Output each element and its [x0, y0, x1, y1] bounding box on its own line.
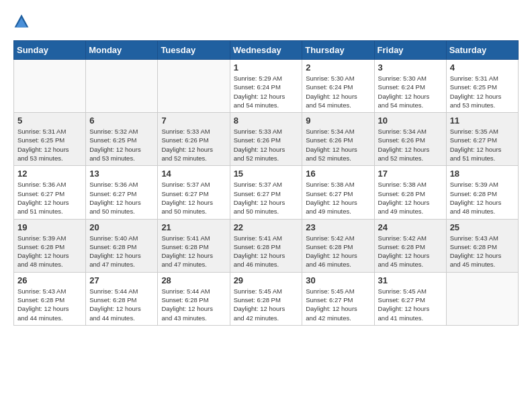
day-info: Sunrise: 5:30 AM Sunset: 6:24 PM Dayligh…: [306, 74, 370, 109]
calendar-day-cell: 12Sunrise: 5:36 AM Sunset: 6:27 PM Dayli…: [14, 166, 86, 219]
day-of-week-header: Wednesday: [230, 41, 302, 60]
day-number: 21: [161, 222, 226, 232]
calendar-day-cell: 5Sunrise: 5:31 AM Sunset: 6:25 PM Daylig…: [14, 113, 86, 166]
calendar-day-cell: 18Sunrise: 5:39 AM Sunset: 6:28 PM Dayli…: [446, 166, 518, 219]
day-number: 31: [378, 275, 443, 285]
day-info: Sunrise: 5:34 AM Sunset: 6:26 PM Dayligh…: [306, 127, 370, 163]
day-info: Sunrise: 5:37 AM Sunset: 6:27 PM Dayligh…: [234, 180, 299, 216]
calendar-day-cell: 29Sunrise: 5:45 AM Sunset: 6:28 PM Dayli…: [230, 272, 302, 325]
calendar-header-row: SundayMondayTuesdayWednesdayThursdayFrid…: [14, 41, 519, 60]
page-header: [13, 13, 519, 30]
day-number: 29: [234, 275, 299, 285]
day-info: Sunrise: 5:38 AM Sunset: 6:28 PM Dayligh…: [378, 180, 443, 216]
day-info: Sunrise: 5:29 AM Sunset: 6:24 PM Dayligh…: [234, 74, 299, 109]
calendar-day-cell: 3Sunrise: 5:30 AM Sunset: 6:24 PM Daylig…: [374, 60, 446, 113]
calendar-day-cell: 22Sunrise: 5:41 AM Sunset: 6:28 PM Dayli…: [230, 219, 302, 272]
day-info: Sunrise: 5:45 AM Sunset: 6:27 PM Dayligh…: [306, 287, 370, 322]
day-number: 2: [306, 62, 370, 73]
day-of-week-header: Tuesday: [158, 41, 230, 60]
logo-icon: [13, 13, 30, 30]
day-info: Sunrise: 5:30 AM Sunset: 6:24 PM Dayligh…: [378, 74, 443, 109]
calendar-day-cell: 1Sunrise: 5:29 AM Sunset: 6:24 PM Daylig…: [230, 60, 302, 113]
day-number: 9: [306, 116, 370, 126]
day-number: 30: [306, 275, 370, 285]
calendar-day-cell: 4Sunrise: 5:31 AM Sunset: 6:25 PM Daylig…: [446, 60, 518, 113]
calendar-day-cell: 11Sunrise: 5:35 AM Sunset: 6:27 PM Dayli…: [446, 113, 518, 166]
calendar-day-cell: 14Sunrise: 5:37 AM Sunset: 6:27 PM Dayli…: [158, 166, 230, 219]
calendar-day-cell: 2Sunrise: 5:30 AM Sunset: 6:24 PM Daylig…: [302, 60, 374, 113]
day-info: Sunrise: 5:31 AM Sunset: 6:25 PM Dayligh…: [450, 74, 515, 109]
day-number: 11: [450, 116, 515, 126]
calendar-day-cell: 30Sunrise: 5:45 AM Sunset: 6:27 PM Dayli…: [302, 272, 374, 325]
day-of-week-header: Sunday: [14, 41, 86, 60]
calendar-day-cell: 21Sunrise: 5:41 AM Sunset: 6:28 PM Dayli…: [158, 219, 230, 272]
day-number: 22: [234, 222, 299, 232]
calendar-day-cell: [158, 60, 230, 113]
calendar-week-row: 12Sunrise: 5:36 AM Sunset: 6:27 PM Dayli…: [14, 166, 519, 219]
calendar-week-row: 19Sunrise: 5:39 AM Sunset: 6:28 PM Dayli…: [14, 219, 519, 272]
day-number: 16: [306, 169, 370, 179]
day-info: Sunrise: 5:42 AM Sunset: 6:28 PM Dayligh…: [378, 234, 443, 269]
calendar-week-row: 5Sunrise: 5:31 AM Sunset: 6:25 PM Daylig…: [14, 113, 519, 166]
day-number: 5: [17, 116, 82, 126]
day-info: Sunrise: 5:44 AM Sunset: 6:28 PM Dayligh…: [89, 287, 154, 322]
day-info: Sunrise: 5:34 AM Sunset: 6:26 PM Dayligh…: [378, 127, 443, 163]
calendar-day-cell: 31Sunrise: 5:45 AM Sunset: 6:27 PM Dayli…: [374, 272, 446, 325]
day-number: 19: [17, 222, 82, 232]
day-info: Sunrise: 5:36 AM Sunset: 6:27 PM Dayligh…: [17, 180, 82, 216]
calendar-day-cell: 8Sunrise: 5:33 AM Sunset: 6:26 PM Daylig…: [230, 113, 302, 166]
day-info: Sunrise: 5:37 AM Sunset: 6:27 PM Dayligh…: [161, 180, 226, 216]
calendar-day-cell: 17Sunrise: 5:38 AM Sunset: 6:28 PM Dayli…: [374, 166, 446, 219]
day-number: 24: [378, 222, 443, 232]
day-number: 6: [89, 116, 154, 126]
day-number: 26: [17, 275, 82, 285]
calendar-week-row: 1Sunrise: 5:29 AM Sunset: 6:24 PM Daylig…: [14, 60, 519, 113]
calendar-table: SundayMondayTuesdayWednesdayThursdayFrid…: [13, 40, 519, 326]
day-info: Sunrise: 5:41 AM Sunset: 6:28 PM Dayligh…: [234, 234, 299, 269]
day-of-week-header: Monday: [86, 41, 158, 60]
calendar-day-cell: 13Sunrise: 5:36 AM Sunset: 6:27 PM Dayli…: [86, 166, 158, 219]
day-info: Sunrise: 5:36 AM Sunset: 6:27 PM Dayligh…: [89, 180, 154, 216]
calendar-day-cell: 9Sunrise: 5:34 AM Sunset: 6:26 PM Daylig…: [302, 113, 374, 166]
day-of-week-header: Saturday: [446, 41, 518, 60]
calendar-day-cell: 25Sunrise: 5:43 AM Sunset: 6:28 PM Dayli…: [446, 219, 518, 272]
calendar-day-cell: 24Sunrise: 5:42 AM Sunset: 6:28 PM Dayli…: [374, 219, 446, 272]
calendar-day-cell: 7Sunrise: 5:33 AM Sunset: 6:26 PM Daylig…: [158, 113, 230, 166]
day-number: 17: [378, 169, 443, 179]
calendar-week-row: 26Sunrise: 5:43 AM Sunset: 6:28 PM Dayli…: [14, 272, 519, 325]
calendar-day-cell: [86, 60, 158, 113]
day-number: 14: [161, 169, 226, 179]
day-info: Sunrise: 5:32 AM Sunset: 6:25 PM Dayligh…: [89, 127, 154, 163]
day-number: 4: [450, 62, 515, 73]
day-info: Sunrise: 5:43 AM Sunset: 6:28 PM Dayligh…: [17, 287, 82, 322]
day-number: 12: [17, 169, 82, 179]
day-of-week-header: Friday: [374, 41, 446, 60]
day-info: Sunrise: 5:40 AM Sunset: 6:28 PM Dayligh…: [89, 234, 154, 269]
day-number: 28: [161, 275, 226, 285]
day-info: Sunrise: 5:39 AM Sunset: 6:28 PM Dayligh…: [450, 180, 515, 216]
logo: [13, 13, 32, 30]
day-info: Sunrise: 5:38 AM Sunset: 6:27 PM Dayligh…: [306, 180, 370, 216]
day-info: Sunrise: 5:42 AM Sunset: 6:28 PM Dayligh…: [306, 234, 370, 269]
day-number: 15: [234, 169, 299, 179]
day-info: Sunrise: 5:31 AM Sunset: 6:25 PM Dayligh…: [17, 127, 82, 163]
calendar-day-cell: 19Sunrise: 5:39 AM Sunset: 6:28 PM Dayli…: [14, 219, 86, 272]
day-number: 18: [450, 169, 515, 179]
day-number: 23: [306, 222, 370, 232]
calendar-day-cell: 23Sunrise: 5:42 AM Sunset: 6:28 PM Dayli…: [302, 219, 374, 272]
day-number: 10: [378, 116, 443, 126]
calendar-day-cell: 15Sunrise: 5:37 AM Sunset: 6:27 PM Dayli…: [230, 166, 302, 219]
day-info: Sunrise: 5:35 AM Sunset: 6:27 PM Dayligh…: [450, 127, 515, 163]
day-info: Sunrise: 5:33 AM Sunset: 6:26 PM Dayligh…: [234, 127, 299, 163]
day-number: 8: [234, 116, 299, 126]
day-info: Sunrise: 5:43 AM Sunset: 6:28 PM Dayligh…: [450, 234, 515, 269]
calendar-day-cell: 27Sunrise: 5:44 AM Sunset: 6:28 PM Dayli…: [86, 272, 158, 325]
calendar-day-cell: [446, 272, 518, 325]
day-number: 7: [161, 116, 226, 126]
day-number: 20: [89, 222, 154, 232]
day-number: 13: [89, 169, 154, 179]
calendar-day-cell: 6Sunrise: 5:32 AM Sunset: 6:25 PM Daylig…: [86, 113, 158, 166]
day-info: Sunrise: 5:45 AM Sunset: 6:27 PM Dayligh…: [378, 287, 443, 322]
calendar-day-cell: [14, 60, 86, 113]
day-of-week-header: Thursday: [302, 41, 374, 60]
